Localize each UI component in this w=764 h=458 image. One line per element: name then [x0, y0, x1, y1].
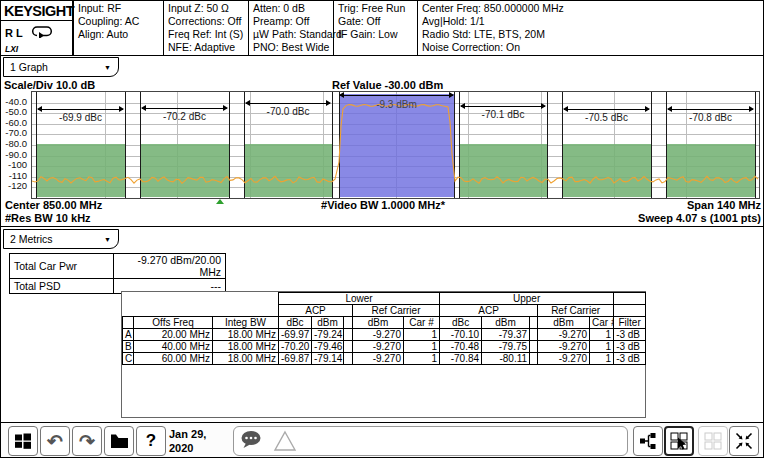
- acp-results-panel: Lower Upper ACP Ref Carrier ACP Ref Carr…: [121, 291, 646, 418]
- y-axis-tick-label: -70.0: [1, 128, 27, 138]
- acp-table-row-B: B40.00 MHz18.00 MHz-70.20-79.46-9.2701-7…: [123, 341, 646, 353]
- redo-icon: ↷: [79, 432, 95, 451]
- windows-start-button[interactable]: [8, 426, 38, 456]
- cell-id: A: [123, 329, 134, 341]
- spacer-cell: [530, 341, 538, 353]
- carrier-power-label: -9.3 dBm: [339, 99, 454, 110]
- header-info-line: PNO: Best Wide: [253, 41, 333, 54]
- node-layout-icon: [639, 432, 657, 450]
- total-psd-label: Total PSD: [10, 279, 114, 294]
- cell-upper-dbc: -70.84: [440, 353, 482, 365]
- header-info-line: Preamp: Off: [253, 15, 333, 28]
- cell-upper-car: 1: [590, 341, 614, 353]
- spectrum-graph-canvas[interactable]: -69.9 dBc-70.2 dBc-70.0 dBc-70.1 dBc-70.…: [31, 91, 760, 199]
- sweep-loop-icon: [31, 25, 53, 40]
- header-info-line: Corrections: Off: [168, 15, 248, 28]
- acp-table-row-C: C60.00 MHz18.00 MHz-69.87-79.14-9.2701-7…: [123, 353, 646, 365]
- upper-acp-header: ACP: [440, 305, 538, 317]
- cell-integ-bw: 18.00 MHz: [213, 341, 279, 353]
- cell-upper-car: 1: [590, 353, 614, 365]
- cell-offs-freq: 40.00 MHz: [134, 341, 213, 353]
- help-icon: ?: [146, 431, 156, 451]
- cell-lower-dbm: -79.24: [312, 329, 344, 341]
- cell-offs-freq: 60.00 MHz: [134, 353, 213, 365]
- acp-dbc-label: -70.0 dBc: [244, 106, 332, 117]
- spacer-cell: [344, 341, 353, 353]
- header-info-column-2: Input Z: 50 ΩCorrections: OffFreq Ref: I…: [163, 1, 248, 56]
- y-axis-tick-label: -80.0: [1, 139, 27, 149]
- dbm-header: dBm: [482, 317, 530, 329]
- header-info-column-1: Input: RFCoupling: ACAlign: Auto: [73, 1, 163, 56]
- grid-view-button: [698, 426, 728, 456]
- total-car-pwr-label: Total Car Pwr: [10, 254, 114, 279]
- center-freq-label: Center 850.00 MHz: [5, 199, 102, 211]
- window-select-button[interactable]: [664, 426, 694, 456]
- acp-table-row-A: A20.00 MHz18.00 MHz-69.97-79.24-9.2701-7…: [123, 329, 646, 341]
- graph-view-dropdown[interactable]: 1 Graph ▼: [3, 57, 119, 77]
- cell-lower-dbc: -69.87: [279, 353, 312, 365]
- header-info-line: Input: RF: [78, 2, 163, 15]
- windows-logo-icon: [14, 432, 32, 450]
- res-bw-label: #Res BW 10 kHz: [5, 212, 91, 224]
- lower-acp-header: ACP: [279, 305, 353, 317]
- cell-upper-dbc: -70.10: [440, 329, 482, 341]
- window-layout-button[interactable]: [633, 426, 663, 456]
- collapse-fullscreen-button[interactable]: [729, 426, 759, 456]
- cell-upper-ref-dbm: -9.270: [538, 341, 590, 353]
- spacer-cell: [530, 353, 538, 365]
- trace-indicator-icon: [216, 199, 224, 204]
- cell-lower-dbc: -69.97: [279, 329, 312, 341]
- spacer-cell: [530, 317, 538, 329]
- metrics-view-dropdown[interactable]: 2 Metrics ▼: [3, 229, 119, 249]
- acp-dbc-label: -70.2 dBc: [140, 111, 229, 122]
- cell-lower-car: 1: [404, 341, 440, 353]
- lxi-label: LXI: [5, 44, 18, 54]
- graph-view-dropdown-label: 1 Graph: [10, 61, 48, 73]
- spacer-cell: [344, 329, 353, 341]
- span-label: Span 140 MHz: [687, 199, 761, 211]
- instrument-screen: KEYSIGHT R L LXI Input: RFCoupling: ACAl…: [0, 0, 764, 458]
- cell-upper-ref-dbm: -9.270: [538, 353, 590, 365]
- file-explorer-button[interactable]: [104, 426, 134, 456]
- car-num-header: Car #: [404, 317, 440, 329]
- cell-lower-dbm: -79.46: [312, 341, 344, 353]
- logo-box: KEYSIGHT R L LXI: [1, 1, 73, 56]
- cell-upper-ref-dbm: -9.270: [538, 329, 590, 341]
- header-info-line: Center Freq: 850.000000 MHz: [422, 2, 764, 15]
- undo-button[interactable]: ↶: [40, 426, 70, 456]
- cell-filter: -3 dB: [614, 353, 646, 365]
- y-axis-tick-label: -40.0: [1, 97, 27, 107]
- y-axis-tick-label: -120: [1, 181, 27, 191]
- spacer-cell: [614, 293, 646, 305]
- header-info-line: µW Path: Standard: [253, 28, 333, 41]
- header-info-line: Freq Ref: Int (S): [168, 28, 248, 41]
- offs-freq-header: Offs Freq: [134, 317, 213, 329]
- cell-lower-ref-dbm: -9.270: [353, 341, 404, 353]
- spacer-cell: [344, 317, 353, 329]
- y-axis-tick-label: -110: [1, 171, 27, 181]
- rl-indicators: R L: [1, 21, 72, 40]
- metrics-view-dropdown-label: 2 Metrics: [10, 233, 53, 245]
- graph-window: 1 Graph ▼ Scale/Div 10.0 dB Ref Value -3…: [1, 56, 764, 227]
- y-axis-tick-label: -90.0: [1, 150, 27, 160]
- upper-ref-carrier-header: Ref Carrier: [538, 305, 614, 317]
- redo-button[interactable]: ↷: [72, 426, 102, 456]
- filter-header: Filter: [614, 317, 646, 329]
- dbm-header: dBm: [538, 317, 590, 329]
- upper-group-header: Upper: [440, 293, 614, 305]
- cell-upper-car: 1: [590, 329, 614, 341]
- date-text: Jan 29, 2020: [169, 427, 231, 455]
- rl-text: R L: [5, 27, 23, 39]
- metrics-window: 2 Metrics ▼ Total Car Pwr -9.270 dBm/20.…: [1, 227, 764, 422]
- help-button[interactable]: ?: [136, 426, 166, 456]
- cell-integ-bw: 18.00 MHz: [213, 329, 279, 341]
- window-select-icon: [670, 432, 689, 451]
- header-info-line: Radio Std: LTE, BTS, 20M: [422, 28, 764, 41]
- message-status-bar[interactable]: [233, 426, 628, 456]
- undo-icon: ↶: [47, 432, 63, 451]
- dbc-header: dBc: [440, 317, 482, 329]
- cell-lower-dbm: -79.14: [312, 353, 344, 365]
- cell-upper-dbm: -79.75: [482, 341, 530, 353]
- cell-lower-ref-dbm: -9.270: [353, 353, 404, 365]
- cell-lower-dbc: -70.20: [279, 341, 312, 353]
